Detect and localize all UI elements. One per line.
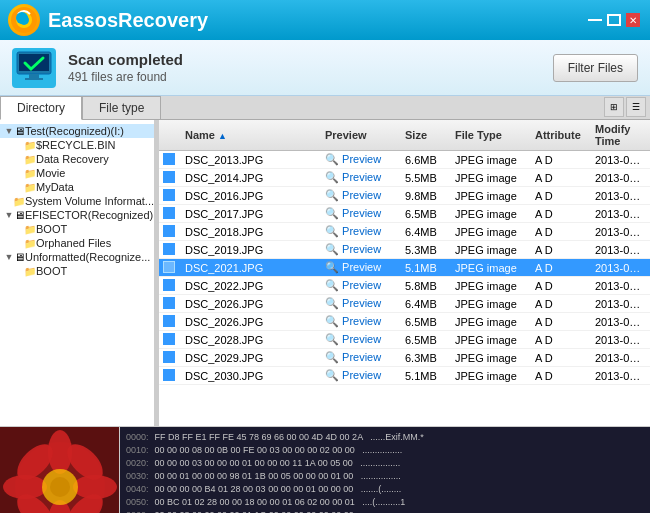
- checkbox-6[interactable]: [163, 261, 175, 273]
- table-row[interactable]: DSC_2026.JPG 🔍 Preview 6.5MB JPEG image …: [159, 313, 650, 331]
- checkbox-4[interactable]: [163, 225, 175, 237]
- tab-file-type[interactable]: File type: [82, 96, 161, 119]
- row-attr-6: A D: [531, 261, 591, 275]
- checkbox-2[interactable]: [163, 189, 175, 201]
- sidebar-item-boot-unformat[interactable]: 📁 BOOT: [0, 264, 154, 278]
- col-header-attr[interactable]: Attribute: [531, 129, 591, 141]
- checkbox-0[interactable]: [163, 153, 175, 165]
- row-preview-1[interactable]: 🔍 Preview: [321, 170, 401, 185]
- row-check-2[interactable]: [159, 188, 181, 204]
- row-name-6: DSC_2021.JPG: [181, 261, 321, 275]
- row-preview-2[interactable]: 🔍 Preview: [321, 188, 401, 203]
- row-check-10[interactable]: [159, 332, 181, 348]
- tree-toggle-6[interactable]: ▼: [4, 210, 14, 220]
- sidebar-item-unformatted[interactable]: ▼ 🖥 Unformatted(Recognize...: [0, 250, 154, 264]
- row-preview-9[interactable]: 🔍 Preview: [321, 314, 401, 329]
- row-size-1: 5.5MB: [401, 171, 451, 185]
- file-rows-container: DSC_2013.JPG 🔍 Preview 6.6MB JPEG image …: [159, 151, 650, 426]
- row-type-8: JPEG image: [451, 297, 531, 311]
- row-size-4: 6.4MB: [401, 225, 451, 239]
- table-row[interactable]: DSC_2017.JPG 🔍 Preview 6.5MB JPEG image …: [159, 205, 650, 223]
- sidebar-item-efisector[interactable]: ▼ 🖥 EFISECTOR(Recognized): [0, 208, 154, 222]
- checkbox-11[interactable]: [163, 351, 175, 363]
- table-row[interactable]: DSC_2029.JPG 🔍 Preview 6.3MB JPEG image …: [159, 349, 650, 367]
- row-size-6: 5.1MB: [401, 261, 451, 275]
- table-row[interactable]: DSC_2014.JPG 🔍 Preview 5.5MB JPEG image …: [159, 169, 650, 187]
- checkbox-9[interactable]: [163, 315, 175, 327]
- row-preview-8[interactable]: 🔍 Preview: [321, 296, 401, 311]
- table-row[interactable]: DSC_2013.JPG 🔍 Preview 6.6MB JPEG image …: [159, 151, 650, 169]
- row-preview-4[interactable]: 🔍 Preview: [321, 224, 401, 239]
- table-row[interactable]: DSC_2016.JPG 🔍 Preview 9.8MB JPEG image …: [159, 187, 650, 205]
- tab-directory[interactable]: Directory: [0, 96, 82, 120]
- row-preview-5[interactable]: 🔍 Preview: [321, 242, 401, 257]
- col-header-size[interactable]: Size: [401, 129, 451, 141]
- row-preview-6[interactable]: 🔍 Preview: [321, 260, 401, 275]
- row-preview-0[interactable]: 🔍 Preview: [321, 152, 401, 167]
- hex-row-2: 0020:00 00 00 03 00 00 00 01 00 00 00 11…: [126, 457, 644, 470]
- tree-toggle-9[interactable]: ▼: [4, 252, 14, 262]
- row-check-5[interactable]: [159, 242, 181, 258]
- sidebar-item-movie[interactable]: 📁 Movie: [0, 166, 154, 180]
- row-attr-0: A D: [531, 153, 591, 167]
- table-row[interactable]: DSC_2028.JPG 🔍 Preview 6.5MB JPEG image …: [159, 331, 650, 349]
- checkbox-8[interactable]: [163, 297, 175, 309]
- hex-row-1: 0010:00 00 00 08 00 0B 00 FE 00 03 00 00…: [126, 444, 644, 457]
- row-preview-3[interactable]: 🔍 Preview: [321, 206, 401, 221]
- status-files-text: 491 files are found: [68, 70, 183, 84]
- checkbox-5[interactable]: [163, 243, 175, 255]
- checkbox-3[interactable]: [163, 207, 175, 219]
- row-check-3[interactable]: [159, 206, 181, 222]
- table-row[interactable]: DSC_2030.JPG 🔍 Preview 5.1MB JPEG image …: [159, 367, 650, 385]
- row-check-4[interactable]: [159, 224, 181, 240]
- checkbox-7[interactable]: [163, 279, 175, 291]
- table-row[interactable]: DSC_2022.JPG 🔍 Preview 5.8MB JPEG image …: [159, 277, 650, 295]
- sidebar-item-data-recovery[interactable]: 📁 Data Recovery: [0, 152, 154, 166]
- col-header-type[interactable]: File Type: [451, 129, 531, 141]
- row-preview-11[interactable]: 🔍 Preview: [321, 350, 401, 365]
- maximize-icon[interactable]: [607, 14, 621, 26]
- tree-toggle-0[interactable]: ▼: [4, 126, 14, 136]
- row-check-11[interactable]: [159, 350, 181, 366]
- filter-files-button[interactable]: Filter Files: [553, 54, 638, 82]
- row-check-9[interactable]: [159, 314, 181, 330]
- row-check-1[interactable]: [159, 170, 181, 186]
- table-row[interactable]: DSC_2021.JPG 🔍 Preview 5.1MB JPEG image …: [159, 259, 650, 277]
- row-preview-7[interactable]: 🔍 Preview: [321, 278, 401, 293]
- table-row[interactable]: DSC_2018.JPG 🔍 Preview 6.4MB JPEG image …: [159, 223, 650, 241]
- table-row[interactable]: DSC_2019.JPG 🔍 Preview 5.3MB JPEG image …: [159, 241, 650, 259]
- sidebar-item-test-recognized[interactable]: ▼ 🖥 Test(Recognized)(I:): [0, 124, 154, 138]
- sidebar-label-2: Data Recovery: [36, 153, 109, 165]
- row-check-12[interactable]: [159, 368, 181, 384]
- row-check-6[interactable]: [159, 260, 181, 276]
- grid-view-icon[interactable]: ⊞: [604, 97, 624, 117]
- row-name-10: DSC_2028.JPG: [181, 333, 321, 347]
- list-view-icon[interactable]: ☰: [626, 97, 646, 117]
- checkbox-10[interactable]: [163, 333, 175, 345]
- row-preview-12[interactable]: 🔍 Preview: [321, 368, 401, 383]
- sidebar-label-8: Orphaned Files: [36, 237, 111, 249]
- row-check-0[interactable]: [159, 152, 181, 168]
- sidebar-item-boot-efi[interactable]: 📁 BOOT: [0, 222, 154, 236]
- checkbox-12[interactable]: [163, 369, 175, 381]
- row-preview-10[interactable]: 🔍 Preview: [321, 332, 401, 347]
- preview-panel: 0000:FF D8 FF E1 FF FE 45 78 69 66 00 00…: [0, 426, 650, 513]
- row-time-9: 2013-05-24 15:55:10: [591, 315, 650, 329]
- sidebar-item-mydata[interactable]: 📁 MyData: [0, 180, 154, 194]
- sidebar-item-system-volume[interactable]: 📁 System Volume Informat...: [0, 194, 154, 208]
- table-row[interactable]: DSC_2026.JPG 🔍 Preview 6.4MB JPEG image …: [159, 295, 650, 313]
- minimize-icon[interactable]: [588, 19, 602, 21]
- status-computer-icon: [12, 48, 56, 88]
- sidebar-item-recycle[interactable]: 📁 $RECYCLE.BIN: [0, 138, 154, 152]
- row-attr-7: A D: [531, 279, 591, 293]
- checkbox-1[interactable]: [163, 171, 175, 183]
- row-check-7[interactable]: [159, 278, 181, 294]
- col-header-name[interactable]: Name ▲: [181, 129, 321, 141]
- row-attr-4: A D: [531, 225, 591, 239]
- row-check-8[interactable]: [159, 296, 181, 312]
- preview-image-visual: [0, 427, 119, 513]
- statusbar: Scan completed 491 files are found Filte…: [0, 40, 650, 96]
- sidebar-item-orphaned[interactable]: 📁 Orphaned Files: [0, 236, 154, 250]
- col-header-time[interactable]: Modify Time: [591, 123, 650, 147]
- close-icon[interactable]: ✕: [626, 13, 640, 27]
